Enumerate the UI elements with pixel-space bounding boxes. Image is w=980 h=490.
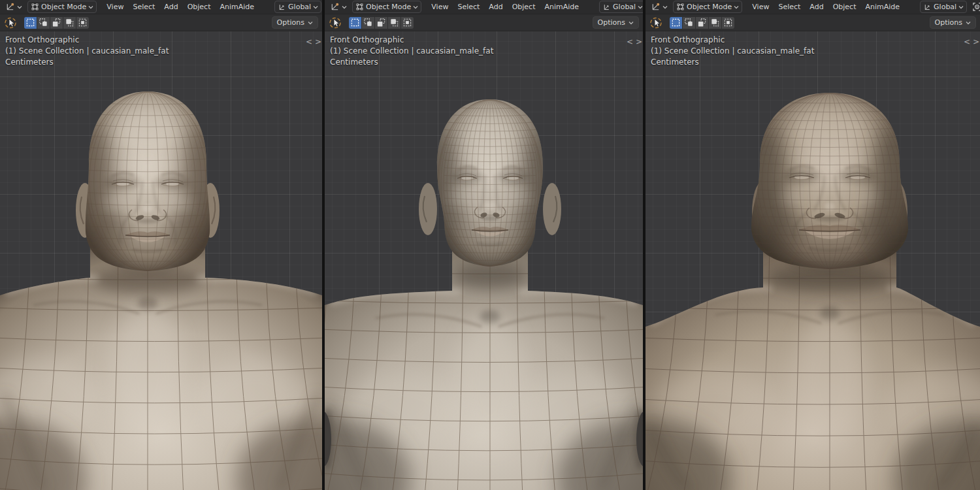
- menu-select[interactable]: Select: [453, 3, 484, 11]
- menu-add[interactable]: Add: [805, 3, 828, 11]
- mode-dropdown[interactable]: Object Mode: [27, 1, 97, 13]
- chevron-down-icon: [308, 21, 313, 25]
- menu-animaide[interactable]: AnimAide: [860, 3, 904, 11]
- select-mode-invert[interactable]: [388, 17, 400, 29]
- select-mode-set[interactable]: [670, 17, 682, 29]
- tool-settings-bar: Options: [645, 14, 980, 31]
- options-dropdown[interactable]: Options: [593, 16, 639, 29]
- area-resize-arrows[interactable]: < >: [964, 37, 979, 46]
- menu-view[interactable]: View: [102, 3, 128, 11]
- select-mode-group: [349, 17, 414, 29]
- select-mode-invert[interactable]: [709, 17, 721, 29]
- chevron-down-icon: [662, 5, 668, 9]
- tweak-tool-icon[interactable]: [329, 16, 342, 29]
- menu-object[interactable]: Object: [508, 3, 540, 11]
- menu-animaide[interactable]: AnimAide: [215, 3, 259, 11]
- 3d-viewport-editor-icon: [651, 2, 661, 12]
- mode-label: Object Mode: [366, 3, 411, 11]
- select-mode-subtract[interactable]: [50, 17, 63, 29]
- select-set-icon: [671, 18, 681, 27]
- select-invert-icon: [65, 18, 74, 27]
- select-subtract-icon: [697, 18, 707, 27]
- menu-animaide[interactable]: AnimAide: [540, 3, 583, 11]
- model-caucasian-male-fat[interactable]: [645, 0, 980, 490]
- object-mode-icon: [31, 3, 39, 11]
- menu-select[interactable]: Select: [128, 3, 159, 11]
- menu-select[interactable]: Select: [774, 3, 805, 11]
- chevron-down-icon: [629, 21, 634, 25]
- viewport-panel-3: Object Mode View Select Add Object AnimA…: [645, 0, 980, 490]
- chevron-down-icon: [958, 5, 964, 9]
- menu-view[interactable]: View: [747, 3, 774, 11]
- orientation-label: Global: [288, 3, 311, 11]
- area-resize-arrows[interactable]: < >: [627, 37, 642, 46]
- tool-settings-bar: Options: [0, 14, 322, 31]
- mode-label: Object Mode: [41, 3, 86, 11]
- viewport-header: Object Mode View Select Add Object AnimA…: [325, 0, 643, 14]
- select-mode-extend[interactable]: [362, 17, 374, 29]
- object-mode-icon: [676, 3, 685, 11]
- area-resize-arrows[interactable]: < >: [306, 37, 321, 46]
- select-intersect-icon: [78, 18, 88, 27]
- select-mode-set[interactable]: [349, 17, 361, 29]
- tweak-tool-icon[interactable]: [4, 16, 18, 29]
- editor-type-button[interactable]: [327, 1, 350, 12]
- menu-object[interactable]: Object: [828, 3, 861, 11]
- transform-orientation-dropdown[interactable]: Global: [920, 1, 967, 13]
- editor-type-button[interactable]: [3, 1, 25, 12]
- chevron-down-icon: [638, 5, 643, 9]
- select-mode-intersect[interactable]: [401, 17, 414, 29]
- select-subtract-icon: [376, 18, 386, 27]
- tool-settings-bar: Options: [325, 14, 643, 31]
- transform-orientation-dropdown[interactable]: Global: [599, 1, 643, 13]
- mode-label: Object Mode: [687, 3, 732, 11]
- pivot-point-dropdown[interactable]: [970, 1, 980, 12]
- chevron-down-icon: [88, 5, 93, 9]
- select-mode-subtract[interactable]: [375, 17, 387, 29]
- chevron-down-icon: [734, 5, 739, 9]
- mode-dropdown[interactable]: Object Mode: [352, 1, 421, 13]
- select-mode-subtract[interactable]: [696, 17, 708, 29]
- chevron-down-icon: [342, 5, 347, 9]
- select-intersect-icon: [723, 18, 733, 27]
- editor-type-button[interactable]: [648, 1, 670, 12]
- viewport-header: Object Mode View Select Add Object AnimA…: [645, 0, 980, 14]
- menu-view[interactable]: View: [427, 3, 453, 11]
- pivot-point-icon: [972, 2, 980, 12]
- select-mode-set[interactable]: [24, 17, 37, 29]
- viewport-panel-1: Object Mode View Select Add Object AnimA…: [0, 0, 322, 490]
- select-extend-icon: [39, 18, 48, 27]
- model-caucasian-male-fat[interactable]: [0, 0, 322, 490]
- options-dropdown[interactable]: Options: [930, 16, 976, 29]
- chevron-down-icon: [17, 5, 22, 9]
- menu-add[interactable]: Add: [484, 3, 507, 11]
- select-mode-extend[interactable]: [37, 17, 50, 29]
- mode-dropdown[interactable]: Object Mode: [673, 1, 742, 13]
- select-intersect-icon: [402, 18, 412, 27]
- viewport-panel-2: Object Mode View Select Add Object AnimA…: [325, 0, 643, 490]
- select-mode-invert[interactable]: [63, 17, 76, 29]
- select-mode-intersect[interactable]: [76, 17, 89, 29]
- select-invert-icon: [710, 18, 720, 27]
- select-subtract-icon: [52, 18, 61, 27]
- select-set-icon: [25, 18, 35, 27]
- options-dropdown[interactable]: Options: [272, 16, 318, 29]
- select-extend-icon: [363, 18, 373, 27]
- 3d-viewport-editor-icon: [5, 2, 15, 12]
- orientation-axes-icon: [602, 3, 611, 11]
- select-mode-extend[interactable]: [683, 17, 695, 29]
- 3d-viewport-editor-icon: [330, 2, 340, 12]
- orientation-axes-icon: [278, 3, 286, 11]
- chevron-down-icon: [313, 5, 318, 9]
- orientation-axes-icon: [923, 3, 932, 11]
- transform-orientation-dropdown[interactable]: Global: [274, 1, 321, 13]
- chevron-down-icon: [966, 21, 971, 25]
- menu-object[interactable]: Object: [183, 3, 216, 11]
- select-mode-intersect[interactable]: [722, 17, 734, 29]
- viewport-header: Object Mode View Select Add Object AnimA…: [0, 0, 322, 14]
- menu-add[interactable]: Add: [159, 3, 182, 11]
- options-label: Options: [277, 18, 304, 27]
- tweak-tool-icon[interactable]: [649, 16, 663, 29]
- orientation-label: Global: [613, 3, 636, 11]
- model-caucasian-male-fat[interactable]: [325, 0, 643, 490]
